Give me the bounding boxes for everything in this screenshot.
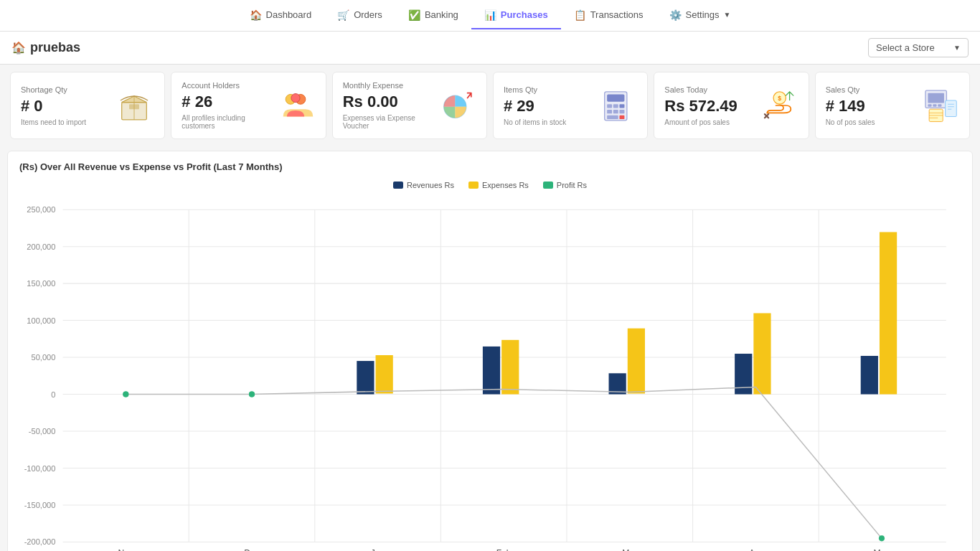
svg-text:May: May: [874, 548, 891, 551]
kpi-sales-qty-icon: [919, 85, 959, 126]
nav-transactions[interactable]: 📋 Transactions: [561, 2, 656, 29]
nav-purchases-label: Purchases: [501, 9, 548, 20]
chart-legend: Revenues Rs Expenses Rs Profit Rs: [19, 181, 961, 189]
legend-profit: Profit Rs: [543, 181, 587, 189]
legend-expenses-label: Expenses Rs: [482, 181, 529, 189]
svg-text:Jan: Jan: [371, 548, 385, 551]
svg-text:-50,000: -50,000: [29, 427, 56, 435]
kpi-account-holders: Account Holders # 26 All profiles includ…: [171, 72, 326, 139]
svg-rect-73: [501, 340, 519, 395]
kpi-sales-today: Sales Today Rs 572.49 Amount of pos sale…: [654, 72, 809, 139]
svg-rect-15: [613, 110, 618, 113]
svg-rect-78: [861, 356, 878, 394]
kpi-items-qty: Items Qty # 29 No of items in stock: [493, 72, 648, 139]
kpi-monthly-expense: Monthly Expense Rs 0.00 Expenses via Exp…: [332, 72, 487, 139]
svg-rect-75: [628, 329, 645, 394]
nav-banking[interactable]: ✅ Banking: [395, 2, 471, 29]
kpi-accounts-sub: All profiles including customers: [182, 114, 275, 130]
kpi-shortage-sub: Items need to import: [21, 118, 86, 126]
chart-svg: .grid-line { stroke: #e8e8e8; stroke-wid…: [19, 195, 961, 551]
svg-rect-23: [928, 93, 944, 103]
store-chevron-icon: ▼: [953, 44, 961, 52]
svg-text:Mar: Mar: [622, 548, 637, 551]
svg-rect-71: [376, 355, 393, 393]
kpi-expense-icon: [436, 85, 476, 126]
nav-dashboard-label: Dashboard: [266, 9, 312, 20]
nav-settings-label: Settings: [686, 9, 720, 20]
kpi-sales-qty: Sales Qty # 149 No of pos sales: [815, 72, 970, 139]
legend-revenues: Revenues Rs: [393, 181, 454, 189]
kpi-sales-qty-title: Sales Qty: [826, 85, 875, 94]
svg-rect-72: [483, 347, 500, 395]
store-select-label: Select a Store: [876, 42, 935, 53]
svg-text:-100,000: -100,000: [24, 464, 56, 473]
kpi-sales-today-icon: $: [758, 85, 798, 126]
svg-text:Nov: Nov: [118, 548, 134, 551]
svg-text:Dec: Dec: [244, 548, 260, 551]
orders-icon: 🛒: [337, 9, 349, 21]
svg-rect-14: [607, 110, 612, 113]
kpi-shortage-value: # 0: [21, 97, 86, 116]
legend-revenues-label: Revenues Rs: [407, 181, 454, 189]
kpi-sales-today-value: Rs 572.49: [664, 97, 738, 116]
svg-text:150,000: 150,000: [27, 279, 55, 288]
svg-rect-16: [620, 110, 625, 113]
chart-title: (Rs) Over All Revenue vs Expense vs Prof…: [19, 161, 961, 172]
settings-icon: ⚙️: [669, 9, 682, 21]
svg-point-7: [291, 94, 300, 103]
store-select-dropdown[interactable]: Select a Store ▼: [868, 38, 969, 57]
svg-text:50,000: 50,000: [32, 353, 56, 362]
brand-icon: 🏠: [11, 41, 26, 55]
banking-icon: ✅: [408, 9, 420, 21]
kpi-items-title: Items Qty: [504, 85, 566, 94]
kpi-accounts-value: # 26: [182, 93, 275, 111]
header-bar: 🏠 pruebas Select a Store ▼: [0, 32, 980, 65]
nav-orders-label: Orders: [354, 9, 382, 20]
svg-text:-150,000: -150,000: [24, 501, 56, 509]
svg-point-82: [879, 535, 885, 541]
svg-text:Apr: Apr: [749, 548, 763, 551]
svg-rect-18: [620, 116, 625, 119]
svg-text:$: $: [778, 95, 781, 102]
kpi-items-sub: No of items in stock: [504, 118, 566, 126]
brand-name: pruebas: [30, 40, 80, 55]
nav-purchases[interactable]: 📊 Purchases: [471, 2, 561, 29]
purchases-icon: 📊: [484, 9, 496, 21]
top-navigation: 🏠 Dashboard 🛒 Orders ✅ Banking 📊 Purchas…: [0, 0, 980, 32]
kpi-sales-today-sub: Amount of pos sales: [664, 118, 738, 126]
nav-settings[interactable]: ⚙️ Settings ▼: [656, 2, 744, 29]
svg-text:0: 0: [51, 390, 55, 399]
legend-revenues-color: [393, 182, 403, 189]
transactions-icon: 📋: [574, 9, 586, 21]
kpi-sales-qty-sub: No of pos sales: [826, 118, 875, 126]
kpi-expense-sub: Expenses via Expense Voucher: [343, 114, 436, 130]
svg-rect-24: [928, 104, 931, 106]
legend-expenses-color: [468, 182, 479, 189]
svg-rect-25: [933, 104, 936, 106]
kpi-shortage-title: Shortage Qty: [21, 85, 86, 94]
svg-rect-10: [607, 94, 624, 101]
kpi-shortage-qty: Shortage Qty # 0 Items need to import: [10, 72, 165, 139]
svg-text:200,000: 200,000: [27, 242, 55, 251]
nav-dashboard[interactable]: 🏠 Dashboard: [237, 2, 325, 29]
svg-text:100,000: 100,000: [27, 316, 55, 325]
kpi-sales-today-title: Sales Today: [664, 85, 738, 94]
kpi-shortage-icon: [114, 85, 154, 126]
brand: 🏠 pruebas: [11, 40, 80, 55]
svg-rect-13: [620, 104, 625, 108]
nav-orders[interactable]: 🛒 Orders: [324, 2, 395, 29]
svg-rect-74: [609, 373, 626, 394]
svg-rect-4: [129, 104, 139, 109]
svg-point-80: [123, 391, 128, 397]
svg-text:250,000: 250,000: [27, 205, 55, 214]
svg-rect-70: [357, 361, 374, 394]
svg-rect-12: [613, 104, 618, 108]
kpi-accounts-title: Account Holders: [182, 81, 275, 90]
chart-container: (Rs) Over All Revenue vs Expense vs Prof…: [7, 151, 973, 551]
svg-text:Feb: Feb: [496, 548, 512, 551]
kpi-items-icon: [597, 85, 637, 126]
kpi-items-value: # 29: [504, 97, 566, 116]
legend-expenses: Expenses Rs: [468, 181, 529, 189]
chevron-down-icon: ▼: [724, 11, 731, 19]
svg-rect-17: [607, 116, 618, 119]
